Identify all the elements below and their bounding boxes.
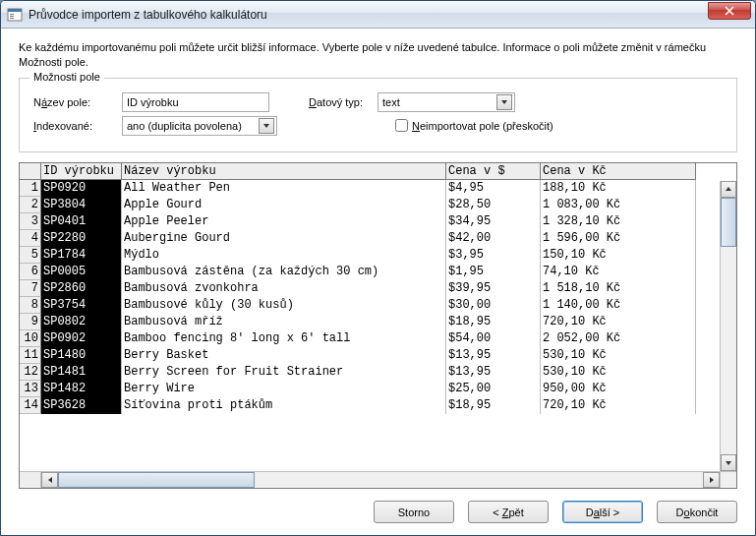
cell-kc[interactable]: 530,10 Kč [541,364,696,381]
cell-name[interactable]: Apple Gourd [122,197,446,213]
cancel-button[interactable]: Storno [374,501,454,523]
table-row[interactable]: 11SP1480Berry Basket$13,95530,10 Kč [20,347,736,364]
cell-usd[interactable]: $13,95 [446,364,541,381]
cell-name[interactable]: Bamboo fencing 8' long x 6' tall [122,330,446,347]
table-row[interactable]: 13SP1482Berry Wire$25,00950,00 Kč [20,381,736,397]
cell-kc[interactable]: 1 596,00 Kč [541,230,696,247]
scroll-down-button[interactable] [721,454,736,471]
svg-rect-2 [10,14,14,15]
cell-kc[interactable]: 188,10 Kč [541,180,696,197]
row-number: 1 [20,180,41,197]
cell-kc[interactable]: 950,00 Kč [541,381,696,397]
scroll-up-button[interactable] [721,181,736,198]
table-row[interactable]: 1SP0920All Weather Pen$4,95188,10 Kč [20,180,736,197]
table-row[interactable]: 10SP0902Bamboo fencing 8' long x 6' tall… [20,330,736,347]
table-row[interactable]: 2SP3804Apple Gourd$28,501 083,00 Kč [20,197,736,213]
table-row[interactable]: 4SP2280Aubergine Gourd$42,001 596,00 Kč [20,230,736,247]
table-row[interactable]: 7SP2860Bambusová zvonkohra$39,951 518,10… [20,280,736,297]
cell-usd[interactable]: $13,95 [446,347,541,364]
cell-id[interactable]: SP3804 [41,197,122,213]
cell-name[interactable]: Apple Peeler [122,213,446,230]
finish-button[interactable]: Dokončit [657,501,737,523]
cell-usd[interactable]: $39,95 [446,280,541,297]
cell-id[interactable]: SP3628 [41,397,122,414]
row-number: 4 [20,230,41,247]
field-name-input[interactable] [122,92,269,112]
horizontal-scrollbar[interactable] [20,471,720,488]
cell-id[interactable]: SP1482 [41,381,122,397]
cell-name[interactable]: Bambusové kůly (30 kusů) [122,297,446,314]
cell-usd[interactable]: $1,95 [446,264,541,280]
wizard-window: Průvodce importem z tabulkového kalkulát… [0,0,756,536]
cell-name[interactable]: Berry Basket [122,347,446,364]
cell-id[interactable]: SP2860 [41,280,122,297]
cell-usd[interactable]: $18,95 [446,397,541,414]
cell-name[interactable]: Berry Wire [122,381,446,397]
scroll-right-button[interactable] [703,472,720,488]
grid-header-row: ID výrobkuNázev výrobkuCena v $Cena v Kč [20,163,736,180]
cell-id[interactable]: SP1481 [41,364,122,381]
row-number: 9 [20,314,41,330]
cell-usd[interactable]: $3,95 [446,247,541,264]
skip-field-checkbox[interactable]: Neimportovat pole (přeskočit) [395,119,553,132]
cell-kc[interactable]: 1 328,10 Kč [541,213,696,230]
cell-name[interactable]: Bambusová zvonkohra [122,280,446,297]
scroll-left-button[interactable] [41,472,58,488]
close-button[interactable] [708,2,751,20]
cell-kc[interactable]: 530,10 Kč [541,347,696,364]
col-header-name[interactable]: Název výrobku [122,163,446,180]
vertical-scroll-thumb[interactable] [721,198,736,247]
cell-kc[interactable]: 720,10 Kč [541,314,696,330]
cell-usd[interactable]: $28,50 [446,197,541,213]
cell-name[interactable]: Aubergine Gourd [122,230,446,247]
cell-kc[interactable]: 1 083,00 Kč [541,197,696,213]
table-row[interactable]: 14SP3628Síťovina proti ptákům$18,95720,1… [20,397,736,414]
table-row[interactable]: 8SP3754Bambusové kůly (30 kusů)$30,001 1… [20,297,736,314]
indexed-combo[interactable]: ano (duplicita povolena) [122,116,277,136]
cell-id[interactable]: SP0902 [41,330,122,347]
col-header-id[interactable]: ID výrobku [41,163,122,180]
vertical-scrollbar[interactable] [720,181,736,471]
cell-id[interactable]: SP0005 [41,264,122,280]
cell-usd[interactable]: $42,00 [446,230,541,247]
col-header-usd[interactable]: Cena v $ [446,163,541,180]
cell-id[interactable]: SP2280 [41,230,122,247]
cell-id[interactable]: SP1480 [41,347,122,364]
cell-kc[interactable]: 74,10 Kč [541,264,696,280]
cell-kc[interactable]: 720,10 Kč [541,397,696,414]
cell-usd[interactable]: $4,95 [446,180,541,197]
next-button[interactable]: Další > [562,501,643,523]
data-type-combo[interactable]: text [378,92,515,112]
cell-id[interactable]: SP0401 [41,213,122,230]
skip-field-input[interactable] [395,119,408,132]
cell-usd[interactable]: $30,00 [446,297,541,314]
cell-id[interactable]: SP1784 [41,247,122,264]
cell-kc[interactable]: 1 140,00 Kč [541,297,696,314]
table-row[interactable]: 6SP0005Bambusová zástěna (za každých 30 … [20,264,736,280]
back-button[interactable]: < Zpět [468,501,549,523]
cell-usd[interactable]: $18,95 [446,314,541,330]
cell-kc[interactable]: 2 052,00 Kč [541,330,696,347]
cell-kc[interactable]: 1 518,10 Kč [541,280,696,297]
horizontal-scroll-thumb[interactable] [58,472,255,488]
cell-id[interactable]: SP0920 [41,180,122,197]
table-row[interactable]: 3SP0401Apple Peeler$34,951 328,10 Kč [20,213,736,230]
cell-usd[interactable]: $25,00 [446,381,541,397]
cell-usd[interactable]: $34,95 [446,213,541,230]
cell-name[interactable]: Bambusová zástěna (za každých 30 cm) [122,264,446,280]
table-row[interactable]: 12SP1481Berry Screen for Fruit Strainer$… [20,364,736,381]
cell-name[interactable]: Mýdlo [122,247,446,264]
cell-kc[interactable]: 150,10 Kč [541,247,696,264]
table-row[interactable]: 5SP1784Mýdlo$3,95150,10 Kč [20,247,736,264]
cell-name[interactable]: Síťovina proti ptákům [122,397,446,414]
client-area: Ke každému importovanému poli můžete urč… [1,29,755,535]
cell-usd[interactable]: $54,00 [446,330,541,347]
col-header-kc[interactable]: Cena v Kč [541,163,696,180]
cell-id[interactable]: SP3754 [41,297,122,314]
row-number: 3 [20,213,41,230]
cell-id[interactable]: SP0802 [41,314,122,330]
cell-name[interactable]: All Weather Pen [122,180,446,197]
cell-name[interactable]: Bambusová mříž [122,314,446,330]
table-row[interactable]: 9SP0802Bambusová mříž$18,95720,10 Kč [20,314,736,330]
cell-name[interactable]: Berry Screen for Fruit Strainer [122,364,446,381]
